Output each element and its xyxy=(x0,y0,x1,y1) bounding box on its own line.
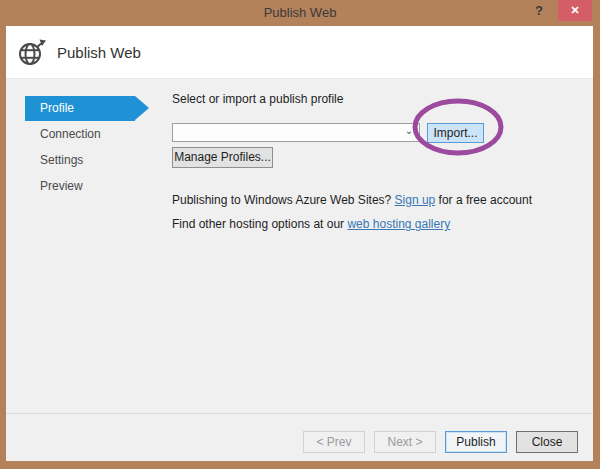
azure-signup-line: Publishing to Windows Azure Web Sites? S… xyxy=(172,193,532,207)
sidebar-item-label: Settings xyxy=(40,153,83,167)
sidebar-item-profile[interactable]: Profile xyxy=(25,96,135,121)
dialog-header: Publish Web xyxy=(6,26,593,79)
dialog-footer: < Prev Next > Publish Close xyxy=(6,413,593,461)
hosting-gallery-line: Find other hosting options at our web ho… xyxy=(172,217,450,231)
import-button[interactable]: Import... xyxy=(427,123,484,143)
azure-line-text-after: for a free account xyxy=(435,193,532,207)
chevron-down-icon: ⌄ xyxy=(402,124,416,141)
publish-profile-dropdown[interactable]: ⌄ xyxy=(172,123,420,142)
sign-up-link[interactable]: Sign up xyxy=(395,193,436,207)
publish-web-dialog: Publish Web Profile Connection Settings … xyxy=(6,26,593,461)
window-title: Publish Web xyxy=(0,5,600,20)
globe-publish-icon xyxy=(16,36,48,68)
prev-button: < Prev xyxy=(303,431,365,453)
dialog-title: Publish Web xyxy=(57,44,141,61)
sidebar-item-label: Connection xyxy=(40,127,101,141)
sidebar-item-preview[interactable]: Preview xyxy=(25,174,175,200)
close-dialog-button[interactable]: Close xyxy=(516,431,578,453)
azure-line-text-before: Publishing to Windows Azure Web Sites? xyxy=(172,193,395,207)
help-button[interactable]: ? xyxy=(530,3,548,21)
close-button[interactable]: ✕ xyxy=(558,0,592,21)
sidebar-item-settings[interactable]: Settings xyxy=(25,148,175,174)
web-hosting-gallery-link[interactable]: web hosting gallery xyxy=(347,217,450,231)
select-profile-prompt: Select or import a publish profile xyxy=(172,92,343,106)
close-icon: ✕ xyxy=(570,4,579,16)
gallery-line-text-before: Find other hosting options at our xyxy=(172,217,347,231)
sidebar-item-label: Profile xyxy=(40,101,74,115)
sidebar-nav: Profile Connection Settings Preview xyxy=(25,96,175,200)
publish-button[interactable]: Publish xyxy=(445,431,507,453)
next-button: Next > xyxy=(374,431,436,453)
title-bar: Publish Web ? ✕ xyxy=(0,0,600,26)
sidebar-item-label: Preview xyxy=(40,179,83,193)
sidebar-item-connection[interactable]: Connection xyxy=(25,122,175,148)
manage-profiles-button[interactable]: Manage Profiles... xyxy=(172,147,273,168)
